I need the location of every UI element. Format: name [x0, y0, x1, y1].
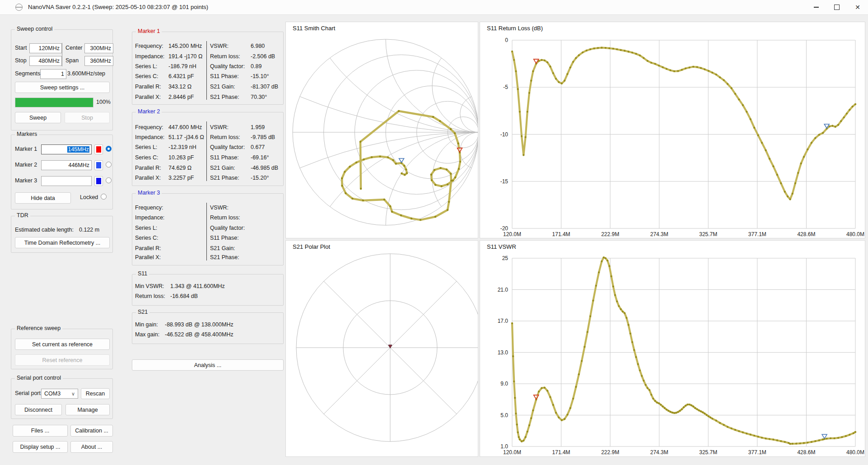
files-button[interactable]: Files ...	[13, 425, 68, 437]
s21-min-gain-value: -88.993 dB @ 138.000MHz	[165, 321, 233, 328]
marker-info-label: Parallel R:	[135, 245, 168, 251]
marker-select-radio[interactable]	[106, 146, 112, 152]
marker-info-label: S11 Phase:	[210, 73, 250, 79]
close-icon: ✕	[855, 4, 860, 11]
marker2-info-group: Marker 2Frequency:447.600 MHzVSWR:1.959I…	[132, 112, 284, 186]
segments-label: Segments	[15, 70, 40, 77]
cable-length-value: 0.122 m	[79, 227, 99, 233]
marker-color-button[interactable]	[94, 176, 103, 186]
marker-info-divider	[206, 121, 207, 181]
marker-info-label: Parallel X:	[135, 94, 168, 100]
marker-info-label: S21 Phase:	[210, 175, 250, 181]
locked-checkbox[interactable]	[101, 194, 107, 200]
marker-info-value: 3.2257 pF	[168, 175, 205, 181]
serial-port-group-title: Serial port control	[15, 375, 63, 381]
s11-smith-chart-panel[interactable]: S11 Smith Chart	[285, 22, 478, 238]
x-tick-label: 325.7M	[699, 231, 717, 237]
marker-info-label: S21 Phase:	[210, 94, 250, 100]
marker-info-value: 145.200 MHz	[168, 43, 205, 49]
app-icon	[15, 4, 23, 11]
span-input[interactable]: 360MHz	[84, 56, 113, 66]
markers-group: Markers Marker 1145MHzMarker 2446MHzMark…	[11, 135, 113, 209]
display-setup-button[interactable]: Display setup ...	[13, 441, 68, 453]
marker-info-value: -81.307 dB	[251, 84, 282, 90]
marker-info-label: VSWR:	[210, 205, 250, 211]
marker-color-button[interactable]	[94, 144, 103, 154]
y-tick-label: -5	[503, 84, 508, 90]
s11-info-title: S11	[136, 270, 149, 277]
marker-frequency-input[interactable]	[41, 176, 92, 186]
marker-color-button[interactable]	[94, 160, 103, 170]
disconnect-button[interactable]: Disconnect	[15, 404, 62, 415]
marker-info-label: VSWR:	[210, 43, 250, 49]
y-tick-label: 1.0	[500, 443, 508, 450]
segments-input[interactable]: 1	[40, 69, 66, 79]
marker-info-label: Series L:	[135, 225, 168, 231]
marker-frequency-input[interactable]: 446MHz	[41, 160, 92, 170]
s21-info-group: S21 Min gain: -88.993 dB @ 138.000MHz Ma…	[132, 312, 284, 344]
marker-info-label: Frequency:	[135, 43, 168, 49]
marker-info-label: VSWR:	[210, 124, 250, 130]
calibration-button[interactable]: Calibration ...	[70, 425, 113, 437]
serial-port-select[interactable]: COM3∨	[41, 389, 78, 399]
sweep-control-group: Sweep control Start 120MHz Center 300MHz…	[11, 29, 113, 130]
marker-info-label: Return loss:	[210, 53, 250, 60]
marker-info-value: 1.959	[251, 124, 282, 130]
center-input[interactable]: 300MHz	[84, 43, 113, 53]
marker-info-title: Marker 2	[136, 108, 162, 115]
marker-select-radio[interactable]	[106, 177, 112, 183]
marker-info-value: 10.263 pF	[168, 154, 205, 161]
marker-info-label: S21 Gain:	[210, 245, 250, 251]
sweep-button[interactable]: Sweep	[15, 112, 61, 123]
marker-info-value: -15.20°	[251, 175, 282, 181]
step-size-text: 3.600MHz/step	[67, 70, 105, 77]
marker1-info-group: Marker 1Frequency:145.200 MHzVSWR:6.980I…	[132, 32, 284, 105]
sweep-progress-bar	[15, 98, 93, 107]
rescan-button[interactable]: Rescan	[81, 388, 110, 399]
s11-smith-chart	[286, 22, 478, 238]
x-tick-label: 120.0M	[503, 231, 521, 237]
marker-info-label: Impedance:	[135, 134, 168, 140]
maximize-button[interactable]	[826, 0, 847, 14]
reset-reference-button[interactable]: Reset reference	[15, 354, 110, 366]
hide-data-button[interactable]: Hide data	[15, 192, 71, 204]
s11-min-vswr-label: Min VSWR:	[135, 283, 164, 289]
s11-vswr-panel[interactable]: 120.0M171.4M222.9M274.3M325.7M377.1M428.…	[480, 240, 865, 457]
marker-info-label: Impedance:	[135, 214, 168, 221]
y-tick-label: -10	[500, 131, 509, 138]
s21-polar-plot-panel[interactable]: S21 Polar Plot	[285, 240, 478, 457]
marker3-info-group: Marker 3Frequency:VSWR:Impedance:Return …	[132, 193, 284, 265]
marker-info-value: -69.16°	[251, 154, 282, 161]
marker-info-divider	[206, 203, 207, 260]
s11-info-group: S11 Min VSWR: 1.343 @ 411.600MHz Return …	[132, 274, 284, 306]
close-button[interactable]: ✕	[847, 0, 868, 14]
set-reference-button[interactable]: Set current as reference	[15, 339, 110, 350]
start-input[interactable]: 120MHz	[29, 43, 62, 53]
tdr-button[interactable]: Time Domain Reflectometry ...	[15, 237, 110, 248]
about-button[interactable]: About ...	[70, 441, 113, 453]
stop-label: Stop	[15, 57, 27, 64]
sweep-settings-button[interactable]: Sweep settings ...	[15, 82, 110, 93]
marker-info-value: 74.629 Ω	[168, 165, 205, 171]
stop-button[interactable]: Stop	[65, 112, 110, 123]
s11-return-loss-panel[interactable]: 120.0M171.4M222.9M274.3M325.7M377.1M428.…	[480, 22, 865, 238]
minimize-button[interactable]	[806, 0, 826, 14]
x-tick-label: 480.0M	[846, 231, 864, 237]
x-tick-label: 171.4M	[552, 449, 570, 456]
analysis-button[interactable]: Analysis ...	[132, 359, 284, 371]
span-label: Span	[65, 57, 79, 64]
x-tick-label: 377.1M	[748, 449, 766, 456]
marker-select-radio[interactable]	[106, 162, 112, 167]
tdr-group-title: TDR	[15, 212, 30, 219]
y-tick-label: 5.0	[500, 412, 508, 418]
manage-button[interactable]: Manage	[65, 404, 110, 415]
marker-info-label: Frequency:	[135, 205, 168, 211]
marker-frequency-input[interactable]: 145MHz	[41, 144, 92, 154]
s11-return-loss-chart: 120.0M171.4M222.9M274.3M325.7M377.1M428.…	[480, 22, 865, 238]
marker-info-value: 6.980	[251, 43, 282, 49]
stop-input[interactable]: 480MHz	[29, 56, 62, 66]
s21-polar-plot	[286, 241, 478, 456]
x-tick-label: 428.6M	[797, 231, 815, 237]
marker-info-label: Series L:	[135, 63, 168, 70]
chevron-down-icon: ∨	[71, 391, 75, 397]
